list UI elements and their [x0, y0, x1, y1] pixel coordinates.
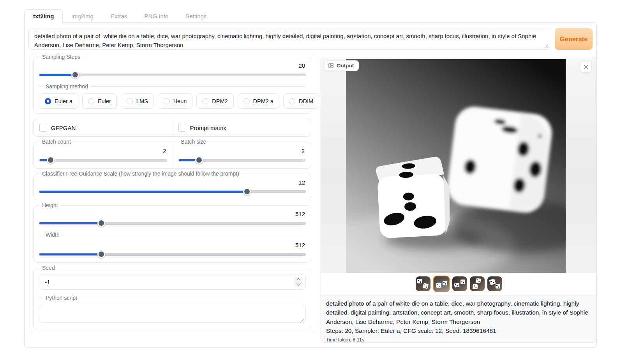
- batch-count-slider[interactable]: [39, 156, 167, 164]
- slider-thumb[interactable]: [195, 156, 203, 164]
- image-icon: [328, 63, 334, 69]
- radio-dpm2-a[interactable]: DPM2 a: [238, 93, 279, 109]
- tab-bar: txt2img img2img Extras PNG Info Settings: [24, 9, 215, 23]
- batch-size-label: Batch size: [178, 139, 209, 145]
- sampling-method-label: Sampling method: [39, 83, 306, 90]
- radio-dpm2[interactable]: DPM2: [196, 93, 233, 109]
- chevron-down-icon[interactable]: [296, 282, 300, 286]
- seed-label: Seed: [39, 265, 58, 271]
- batch-count-label: Batch count: [39, 139, 74, 145]
- txt2img-panel: detailed photo of a pair of white die on…: [24, 22, 597, 348]
- radio-heun[interactable]: Heun: [158, 93, 193, 109]
- sampling-steps-slider[interactable]: [39, 71, 306, 78]
- radio-lms[interactable]: LMS: [121, 93, 154, 109]
- height-label: Height: [39, 202, 60, 209]
- time-taken: Time taken: 8.11s: [326, 336, 591, 343]
- generate-button[interactable]: Generate: [555, 28, 593, 50]
- radio-dot-icon: [289, 98, 295, 104]
- radio-ddim[interactable]: DDIM: [283, 93, 319, 109]
- radio-dot-icon: [202, 98, 208, 104]
- cfg-scale-label: Classifier Free Guidance Scale (how stro…: [39, 171, 242, 177]
- tab-png-info[interactable]: PNG Info: [136, 9, 177, 23]
- close-icon: [584, 65, 588, 69]
- radio-dot-icon: [164, 98, 170, 104]
- generated-image[interactable]: [346, 59, 566, 273]
- cfg-scale-group: Classifier Free Guidance Scale (how stro…: [34, 174, 311, 200]
- radio-euler-a[interactable]: Euler a: [39, 93, 78, 109]
- sampling-steps-label: Sampling Steps: [39, 54, 83, 60]
- slider-thumb[interactable]: [243, 188, 251, 195]
- output-panel-label: Output: [324, 60, 359, 71]
- radio-dot-icon: [88, 98, 94, 104]
- sampling-steps-value: 20: [39, 62, 305, 69]
- python-script-label: Python script: [39, 295, 306, 301]
- thumbnail-strip: [321, 273, 596, 295]
- python-script-input[interactable]: [39, 305, 306, 323]
- seed-input[interactable]: [39, 274, 306, 290]
- radio-dot-icon: [243, 98, 250, 104]
- prompt-input[interactable]: detailed photo of a pair of white die on…: [28, 28, 550, 50]
- dimensions-group: Height 512 Width 512: [34, 205, 311, 263]
- checkbox-icon: [178, 124, 186, 132]
- slider-thumb[interactable]: [47, 156, 55, 164]
- radio-dot-icon: [127, 98, 133, 104]
- slider-thumb[interactable]: [71, 71, 79, 79]
- caption-prompt: detailed photo of a pair of white die on…: [326, 299, 591, 326]
- width-value: 512: [39, 242, 305, 249]
- height-slider[interactable]: [39, 219, 306, 227]
- generation-info: detailed photo of a pair of white die on…: [321, 295, 596, 343]
- slider-thumb[interactable]: [97, 219, 105, 227]
- thumbnail-3[interactable]: [452, 276, 467, 291]
- prompt-matrix-checkbox[interactable]: Prompt matrix: [178, 124, 306, 132]
- batch-size-slider[interactable]: [178, 156, 306, 164]
- seed-group: Seed Python script: [34, 268, 311, 329]
- width-label: Width: [39, 232, 306, 238]
- width-slider[interactable]: [39, 250, 306, 258]
- slider-thumb[interactable]: [97, 250, 105, 258]
- close-output-button[interactable]: [580, 62, 591, 72]
- gfpgan-checkbox[interactable]: GFPGAN: [39, 124, 167, 132]
- tab-img2img[interactable]: img2img: [63, 9, 102, 23]
- tab-settings[interactable]: Settings: [177, 9, 215, 23]
- caption-parameters: Steps: 20, Sampler: Euler a, CFG scale: …: [326, 326, 591, 335]
- height-value: 512: [39, 211, 305, 218]
- options-group: GFPGAN Prompt matrix: [34, 119, 311, 137]
- tab-txt2img[interactable]: txt2img: [24, 9, 63, 23]
- batch-group: Batch count 2 Batch size 2: [34, 142, 311, 169]
- batch-count-value: 2: [39, 148, 166, 155]
- sampling-method-radios: Euler a Euler LMS Heun DPM2 DPM2 a DDIM …: [39, 93, 306, 109]
- cfg-scale-value: 12: [39, 179, 305, 186]
- sampling-group: Sampling Steps 20 Sampling method Euler …: [34, 57, 311, 114]
- thumbnail-2-selected[interactable]: [433, 276, 450, 292]
- radio-dot-icon: [45, 98, 51, 104]
- thumbnail-4[interactable]: [470, 276, 485, 291]
- cfg-scale-slider[interactable]: [39, 188, 306, 195]
- checkbox-icon: [39, 124, 47, 132]
- output-gallery: Output: [321, 57, 596, 273]
- prompt-row: detailed photo of a pair of white die on…: [28, 28, 593, 50]
- thumbnail-1[interactable]: [416, 276, 430, 291]
- batch-size-value: 2: [178, 148, 305, 155]
- output-panel: Output: [321, 57, 597, 343]
- seed-stepper[interactable]: [294, 277, 303, 287]
- thumbnail-5[interactable]: [487, 276, 502, 291]
- radio-euler[interactable]: Euler: [82, 93, 117, 109]
- parameters-form: Sampling Steps 20 Sampling method Euler …: [30, 53, 315, 333]
- tab-extras[interactable]: Extras: [102, 9, 136, 23]
